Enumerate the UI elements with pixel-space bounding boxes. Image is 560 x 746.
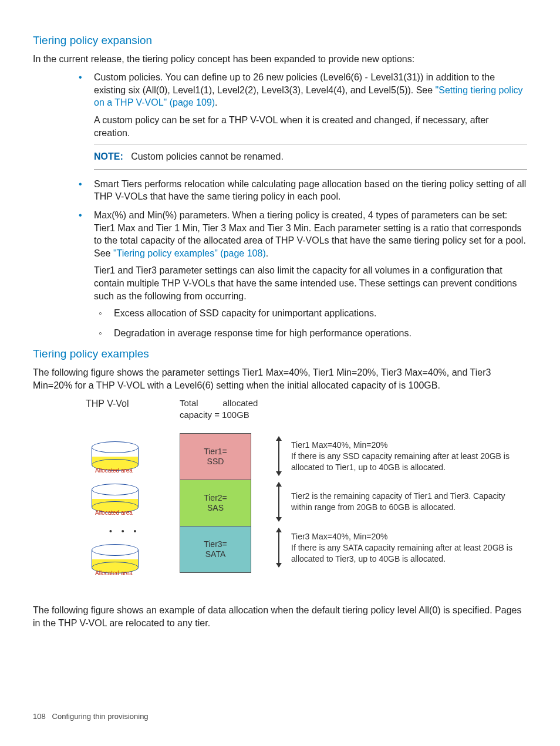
vvol-cylinder-1: Allocated area (92, 441, 139, 471)
double-arrow-icon (278, 482, 279, 521)
vvol-cylinder-3: Allocated area (92, 544, 139, 573)
double-arrow-icon (278, 528, 279, 567)
tier2-box: Tier2= SAS (180, 480, 251, 526)
tier1-description: Tier1 Max=40%, Min=20% If there is any S… (291, 433, 527, 479)
text: Tier2 is the remaining capacity of Tier1… (291, 491, 521, 513)
note-text: Custom policies cannot be renamed. (131, 151, 284, 161)
heading-tiering-expansion: Tiering policy expansion (33, 33, 527, 48)
text: If there is any SSD capacity remaining a… (291, 451, 521, 473)
tier1-box: Tier1= SSD (180, 434, 251, 480)
vvol-cylinder-2: Allocated area (92, 484, 139, 513)
cap-line1: Total allocated (180, 397, 285, 409)
note-block: NOTE: Custom policies cannot be renamed. (94, 144, 527, 170)
page-footer: 108 Configuring thin provisioning (33, 711, 527, 722)
diagram-capacity-label: Total allocated capacity = 100GB (180, 397, 285, 420)
arrows-column (268, 423, 291, 586)
text: If there is any SATA capacity remaining … (291, 542, 521, 565)
examples-intro: The following figure shows the parameter… (33, 366, 527, 391)
diagram-thp-label: THP V-Vol (86, 397, 180, 420)
allocated-label: Allocated area (95, 467, 133, 475)
bullet-smart-tiers: Smart Tiers performs relocation while ca… (74, 178, 527, 203)
ellipsis-icon: • • • (109, 526, 180, 537)
text: Tier3 Max=40%, Min=20% (291, 531, 521, 542)
heading-tiering-examples: Tiering policy examples (33, 346, 527, 362)
allocated-label: Allocated area (95, 569, 133, 578)
tier-stack: Tier1= SSD Tier2= SAS Tier3= SATA (180, 423, 268, 586)
allocated-label: Allocated area (95, 509, 133, 517)
note-label: NOTE: (94, 151, 123, 161)
tier2-description: Tier2 is the remaining capacity of Tier1… (291, 479, 527, 525)
max-min-sub: Tier1 and Tier3 parameter settings can a… (94, 264, 527, 302)
expansion-intro: In the current release, the tiering poli… (33, 53, 527, 66)
bullet-max-min: Max(%) and Min(%) parameters. When a tie… (74, 209, 527, 339)
examples-outro: The following figure shows an example of… (33, 604, 527, 629)
expansion-bullets: Custom policies. You can define up to 26… (74, 71, 527, 339)
bullet-custom-policies: Custom policies. You can define up to 26… (74, 71, 527, 170)
tier3-box: Tier3= SATA (180, 526, 251, 572)
link-tiering-examples[interactable]: "Tiering policy examples" (page 108) (113, 248, 266, 258)
vvol-column: Allocated area Allocated area • • • Allo… (86, 423, 180, 586)
text: . (266, 248, 268, 258)
page-number: 108 (33, 712, 46, 721)
text: . (215, 97, 217, 107)
text: Custom policies. You can define up to 26… (94, 72, 495, 95)
sub-bullet-degradation: Degradation in average response time for… (94, 327, 527, 340)
cap-line2: capacity = 100GB (180, 409, 285, 421)
sub-bullet-ssd: Excess allocation of SSD capacity for un… (94, 307, 527, 320)
custom-policy-sub: A custom policy can be set for a THP V-V… (94, 114, 527, 139)
tiering-diagram: THP V-Vol Total allocated capacity = 100… (86, 397, 527, 586)
double-arrow-icon (278, 437, 279, 475)
chapter-title: Configuring thin provisioning (52, 712, 149, 721)
tier3-description: Tier3 Max=40%, Min=20% If there is any S… (291, 525, 527, 571)
sub-list: Excess allocation of SSD capacity for un… (94, 307, 527, 339)
description-column: Tier1 Max=40%, Min=20% If there is any S… (291, 423, 527, 586)
text: Tier1 Max=40%, Min=20% (291, 440, 521, 451)
